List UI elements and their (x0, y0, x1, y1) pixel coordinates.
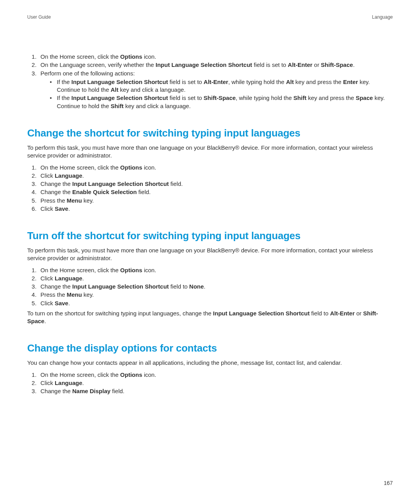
section-desc: To perform this task, you must have more… (27, 247, 393, 262)
intro-step-3: Perform one of the following actions: If… (38, 70, 393, 110)
secA-step-5: Press the Menu key. (38, 197, 393, 205)
section-heading-change-shortcut: Change the shortcut for switching typing… (27, 126, 393, 140)
page-header: User Guide Language (27, 14, 393, 20)
secA-step-1: On the Home screen, click the Options ic… (38, 164, 393, 172)
intro-step-2: On the Language screen, verify whether t… (38, 61, 393, 69)
section-desc: To perform this task, you must have more… (27, 144, 393, 160)
page-number: 167 (384, 480, 393, 487)
secB-note: To turn on the shortcut for switching ty… (27, 310, 393, 326)
intro-steps: On the Home screen, click the Options ic… (27, 53, 393, 110)
secB-step-5: Click Save. (38, 299, 393, 307)
secB-step-3: Change the Input Language Selection Shor… (38, 283, 393, 290)
secA-step-3: Change the Input Language Selection Shor… (38, 180, 393, 188)
secC-step-1: On the Home screen, click the Options ic… (38, 371, 393, 379)
intro-sub-1: If the Input Language Selection Shortcut… (50, 78, 393, 94)
intro-sub-list: If the Input Language Selection Shortcut… (40, 78, 393, 110)
secC-step-2: Click Language. (38, 379, 393, 387)
secB-step-2: Click Language. (38, 275, 393, 282)
section-desc: You can change how your contacts appear … (27, 359, 393, 367)
secA-step-4: Change the Enable Quick Selection field. (38, 188, 393, 196)
secA-steps: On the Home screen, click the Options ic… (27, 164, 393, 213)
document-page: User Guide Language On the Home screen, … (0, 0, 420, 504)
secA-step-2: Click Language. (38, 172, 393, 180)
intro-step-1: On the Home screen, click the Options ic… (38, 53, 393, 61)
header-right: Language (372, 14, 393, 20)
secC-step-3: Change the Name Display field. (38, 387, 393, 395)
intro-sub-2: If the Input Language Selection Shortcut… (50, 94, 393, 110)
section-heading-display-options: Change the display options for contacts (27, 341, 393, 355)
secC-steps: On the Home screen, click the Options ic… (27, 371, 393, 396)
secA-step-6: Click Save. (38, 205, 393, 213)
section-heading-turn-off-shortcut: Turn off the shortcut for switching typi… (27, 229, 393, 243)
secB-step-4: Press the Menu key. (38, 291, 393, 299)
secB-step-1: On the Home screen, click the Options ic… (38, 266, 393, 274)
header-left: User Guide (27, 14, 51, 20)
secB-steps: On the Home screen, click the Options ic… (27, 266, 393, 307)
